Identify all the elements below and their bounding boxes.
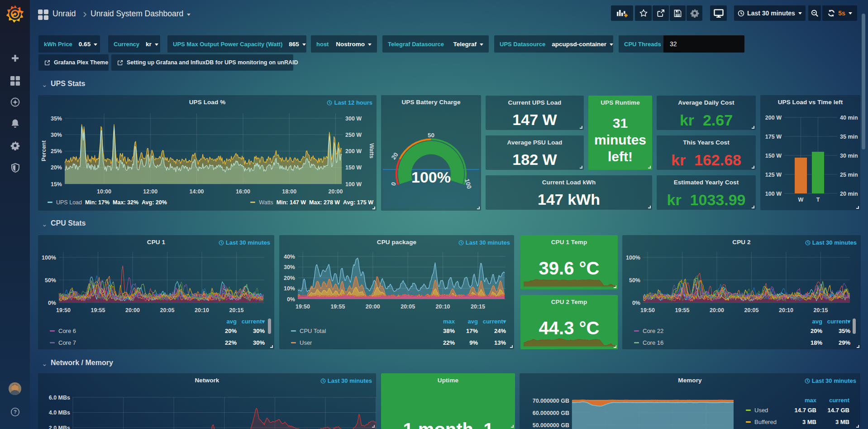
svg-text:?: ? — [14, 409, 17, 415]
